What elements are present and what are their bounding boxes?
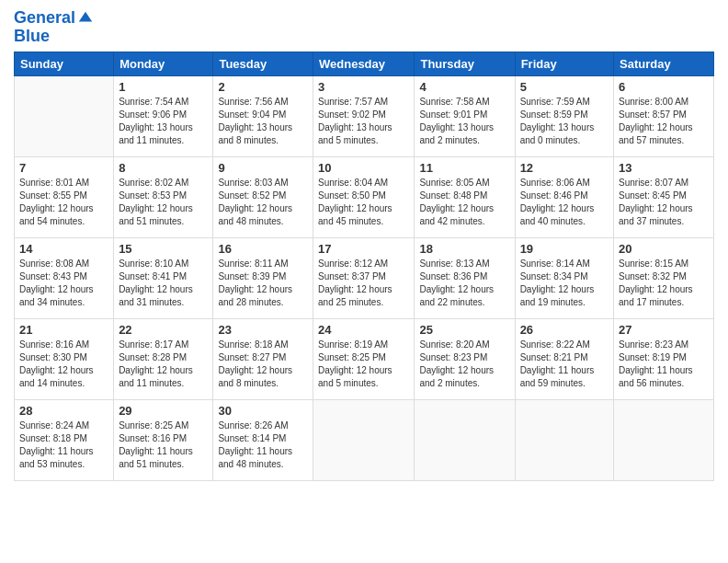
calendar: SundayMondayTuesdayWednesdayThursdayFrid… (14, 52, 714, 481)
weekday-header-friday: Friday (515, 52, 613, 75)
day-number: 24 (318, 323, 409, 337)
day-info: Sunrise: 8:11 AM Sunset: 8:39 PM Dayligh… (218, 258, 308, 309)
calendar-cell: 11Sunrise: 8:05 AM Sunset: 8:48 PM Dayli… (415, 156, 515, 237)
calendar-cell: 6Sunrise: 8:00 AM Sunset: 8:57 PM Daylig… (614, 75, 714, 156)
day-number: 2 (218, 80, 308, 94)
day-info: Sunrise: 7:59 AM Sunset: 8:59 PM Dayligh… (520, 96, 609, 147)
calendar-cell (614, 399, 714, 480)
day-number: 20 (619, 242, 709, 256)
week-row-1: 7Sunrise: 8:01 AM Sunset: 8:55 PM Daylig… (15, 156, 714, 237)
day-info: Sunrise: 8:02 AM Sunset: 8:53 PM Dayligh… (119, 177, 208, 228)
day-number: 18 (419, 242, 509, 256)
calendar-cell: 15Sunrise: 8:10 AM Sunset: 8:41 PM Dayli… (114, 237, 213, 318)
day-info: Sunrise: 8:25 AM Sunset: 8:16 PM Dayligh… (119, 419, 208, 471)
day-info: Sunrise: 8:12 AM Sunset: 8:37 PM Dayligh… (318, 258, 409, 309)
day-number: 14 (19, 242, 108, 256)
day-info: Sunrise: 8:13 AM Sunset: 8:36 PM Dayligh… (419, 258, 509, 309)
day-info: Sunrise: 8:00 AM Sunset: 8:57 PM Dayligh… (619, 96, 709, 147)
week-row-4: 28Sunrise: 8:24 AM Sunset: 8:18 PM Dayli… (15, 399, 714, 480)
day-info: Sunrise: 8:03 AM Sunset: 8:52 PM Dayligh… (218, 177, 308, 228)
day-info: Sunrise: 8:15 AM Sunset: 8:32 PM Dayligh… (619, 258, 709, 309)
calendar-cell: 7Sunrise: 8:01 AM Sunset: 8:55 PM Daylig… (15, 156, 114, 237)
day-number: 13 (619, 161, 709, 175)
calendar-cell: 2Sunrise: 7:56 AM Sunset: 9:04 PM Daylig… (213, 75, 313, 156)
calendar-cell: 30Sunrise: 8:26 AM Sunset: 8:14 PM Dayli… (213, 399, 313, 480)
day-info: Sunrise: 8:07 AM Sunset: 8:45 PM Dayligh… (619, 177, 709, 228)
calendar-cell (515, 399, 613, 480)
calendar-cell: 4Sunrise: 7:58 AM Sunset: 9:01 PM Daylig… (415, 75, 515, 156)
day-info: Sunrise: 7:56 AM Sunset: 9:04 PM Dayligh… (218, 96, 308, 147)
day-info: Sunrise: 8:24 AM Sunset: 8:18 PM Dayligh… (19, 419, 108, 471)
calendar-cell: 1Sunrise: 7:54 AM Sunset: 9:06 PM Daylig… (114, 75, 213, 156)
day-number: 22 (119, 323, 208, 337)
day-number: 1 (119, 80, 208, 94)
weekday-header-thursday: Thursday (415, 52, 515, 75)
day-info: Sunrise: 8:06 AM Sunset: 8:46 PM Dayligh… (520, 177, 609, 228)
calendar-cell: 16Sunrise: 8:11 AM Sunset: 8:39 PM Dayli… (213, 237, 313, 318)
calendar-cell: 23Sunrise: 8:18 AM Sunset: 8:27 PM Dayli… (213, 318, 313, 399)
day-info: Sunrise: 7:58 AM Sunset: 9:01 PM Dayligh… (419, 96, 509, 147)
logo-text-general: General (14, 9, 75, 28)
weekday-header-saturday: Saturday (614, 52, 714, 75)
logo-icon (77, 9, 94, 26)
calendar-cell: 28Sunrise: 8:24 AM Sunset: 8:18 PM Dayli… (15, 399, 114, 480)
calendar-cell: 25Sunrise: 8:20 AM Sunset: 8:23 PM Dayli… (415, 318, 515, 399)
calendar-cell (15, 75, 114, 156)
day-info: Sunrise: 8:08 AM Sunset: 8:43 PM Dayligh… (19, 258, 108, 309)
day-number: 11 (419, 161, 509, 175)
day-info: Sunrise: 8:17 AM Sunset: 8:28 PM Dayligh… (119, 339, 208, 390)
day-number: 6 (619, 80, 709, 94)
logo-text-blue: Blue (14, 28, 94, 46)
calendar-cell (313, 399, 415, 480)
day-number: 26 (520, 323, 609, 337)
day-number: 25 (419, 323, 509, 337)
calendar-cell: 10Sunrise: 8:04 AM Sunset: 8:50 PM Dayli… (313, 156, 415, 237)
day-info: Sunrise: 8:04 AM Sunset: 8:50 PM Dayligh… (318, 177, 409, 228)
day-number: 19 (520, 242, 609, 256)
calendar-cell: 12Sunrise: 8:06 AM Sunset: 8:46 PM Dayli… (515, 156, 613, 237)
day-number: 30 (218, 404, 308, 418)
day-number: 10 (318, 161, 409, 175)
day-info: Sunrise: 8:23 AM Sunset: 8:19 PM Dayligh… (619, 339, 709, 390)
logo: General Blue (14, 9, 94, 46)
day-number: 12 (520, 161, 609, 175)
day-number: 17 (318, 242, 409, 256)
header: General Blue (14, 9, 714, 46)
calendar-cell (415, 399, 515, 480)
day-info: Sunrise: 8:20 AM Sunset: 8:23 PM Dayligh… (419, 339, 509, 390)
day-number: 29 (119, 404, 208, 418)
day-number: 7 (19, 161, 108, 175)
calendar-cell: 20Sunrise: 8:15 AM Sunset: 8:32 PM Dayli… (614, 237, 714, 318)
day-number: 15 (119, 242, 208, 256)
calendar-cell: 22Sunrise: 8:17 AM Sunset: 8:28 PM Dayli… (114, 318, 213, 399)
day-number: 23 (218, 323, 308, 337)
day-info: Sunrise: 8:14 AM Sunset: 8:34 PM Dayligh… (520, 258, 609, 309)
calendar-cell: 8Sunrise: 8:02 AM Sunset: 8:53 PM Daylig… (114, 156, 213, 237)
day-number: 28 (19, 404, 108, 418)
calendar-cell: 29Sunrise: 8:25 AM Sunset: 8:16 PM Dayli… (114, 399, 213, 480)
day-info: Sunrise: 8:18 AM Sunset: 8:27 PM Dayligh… (218, 339, 308, 390)
calendar-cell: 13Sunrise: 8:07 AM Sunset: 8:45 PM Dayli… (614, 156, 714, 237)
calendar-cell: 9Sunrise: 8:03 AM Sunset: 8:52 PM Daylig… (213, 156, 313, 237)
day-info: Sunrise: 8:22 AM Sunset: 8:21 PM Dayligh… (520, 339, 609, 390)
calendar-cell: 14Sunrise: 8:08 AM Sunset: 8:43 PM Dayli… (15, 237, 114, 318)
calendar-cell: 3Sunrise: 7:57 AM Sunset: 9:02 PM Daylig… (313, 75, 415, 156)
calendar-cell: 5Sunrise: 7:59 AM Sunset: 8:59 PM Daylig… (515, 75, 613, 156)
day-info: Sunrise: 7:57 AM Sunset: 9:02 PM Dayligh… (318, 96, 409, 147)
week-row-3: 21Sunrise: 8:16 AM Sunset: 8:30 PM Dayli… (15, 318, 714, 399)
day-number: 4 (419, 80, 509, 94)
day-info: Sunrise: 8:16 AM Sunset: 8:30 PM Dayligh… (19, 339, 108, 390)
week-row-0: 1Sunrise: 7:54 AM Sunset: 9:06 PM Daylig… (15, 75, 714, 156)
day-number: 3 (318, 80, 409, 94)
weekday-header-row: SundayMondayTuesdayWednesdayThursdayFrid… (15, 52, 714, 75)
calendar-cell: 21Sunrise: 8:16 AM Sunset: 8:30 PM Dayli… (15, 318, 114, 399)
weekday-header-wednesday: Wednesday (313, 52, 415, 75)
week-row-2: 14Sunrise: 8:08 AM Sunset: 8:43 PM Dayli… (15, 237, 714, 318)
day-info: Sunrise: 8:19 AM Sunset: 8:25 PM Dayligh… (318, 339, 409, 390)
day-info: Sunrise: 8:05 AM Sunset: 8:48 PM Dayligh… (419, 177, 509, 228)
calendar-cell: 26Sunrise: 8:22 AM Sunset: 8:21 PM Dayli… (515, 318, 613, 399)
page: General Blue SundayMondayTuesdayWednesda… (0, 0, 728, 563)
day-number: 5 (520, 80, 609, 94)
calendar-cell: 19Sunrise: 8:14 AM Sunset: 8:34 PM Dayli… (515, 237, 613, 318)
day-info: Sunrise: 7:54 AM Sunset: 9:06 PM Dayligh… (119, 96, 208, 147)
